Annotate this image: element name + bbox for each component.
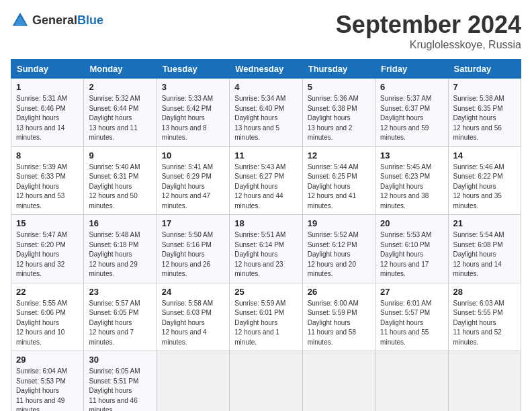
cell-content: Sunrise: 6:01 AMSunset: 5:57 PMDaylight …	[380, 300, 431, 346]
col-tuesday: Tuesday	[157, 60, 229, 79]
cell-content: Sunrise: 6:03 AMSunset: 5:55 PMDaylight …	[453, 300, 504, 346]
calendar-cell: 7 Sunrise: 5:38 AMSunset: 6:35 PMDayligh…	[448, 79, 521, 147]
day-number: 9	[89, 150, 151, 161]
cell-content: Sunrise: 5:36 AMSunset: 6:38 PMDaylight …	[308, 95, 359, 141]
calendar-cell: 18 Sunrise: 5:51 AMSunset: 6:14 PMDaylig…	[230, 215, 302, 283]
page-header: GeneralBlue September 2024 Kruglolesskoy…	[11, 11, 521, 51]
logo-icon	[11, 11, 30, 30]
day-number: 6	[380, 82, 443, 92]
cell-content: Sunrise: 5:32 AMSunset: 6:44 PMDaylight …	[89, 95, 140, 141]
day-number: 14	[453, 150, 516, 161]
cell-content: Sunrise: 5:48 AMSunset: 6:18 PMDaylight …	[89, 231, 140, 277]
calendar-cell: 6 Sunrise: 5:37 AMSunset: 6:37 PMDayligh…	[375, 79, 448, 147]
cell-content: Sunrise: 6:00 AMSunset: 5:59 PMDaylight …	[308, 300, 359, 346]
day-number: 30	[89, 355, 151, 365]
cell-content: Sunrise: 5:51 AMSunset: 6:14 PMDaylight …	[234, 231, 285, 277]
day-number: 22	[16, 287, 79, 297]
calendar-cell: 25 Sunrise: 5:59 AMSunset: 6:01 PMDaylig…	[230, 283, 302, 351]
day-number: 11	[234, 150, 297, 161]
day-number: 18	[234, 218, 297, 228]
calendar-cell: 23 Sunrise: 5:57 AMSunset: 6:05 PMDaylig…	[84, 283, 157, 351]
cell-content: Sunrise: 6:04 AMSunset: 5:53 PMDaylight …	[16, 367, 67, 411]
day-number: 4	[234, 82, 297, 92]
calendar-cell: 28 Sunrise: 6:03 AMSunset: 5:55 PMDaylig…	[448, 283, 521, 351]
col-friday: Friday	[375, 60, 448, 79]
cell-content: Sunrise: 5:47 AMSunset: 6:20 PMDaylight …	[16, 231, 67, 277]
cell-content: Sunrise: 5:58 AMSunset: 6:03 PMDaylight …	[162, 300, 213, 346]
day-number: 28	[453, 287, 516, 297]
day-number: 2	[89, 82, 151, 92]
calendar-cell: 3 Sunrise: 5:33 AMSunset: 6:42 PMDayligh…	[157, 79, 229, 147]
calendar-cell: 11 Sunrise: 5:43 AMSunset: 6:27 PMDaylig…	[230, 146, 302, 215]
month-title: September 2024	[336, 11, 521, 39]
day-number: 3	[162, 82, 224, 92]
calendar-cell: 26 Sunrise: 6:00 AMSunset: 5:59 PMDaylig…	[302, 283, 375, 351]
calendar-cell: 27 Sunrise: 6:01 AMSunset: 5:57 PMDaylig…	[375, 283, 448, 351]
calendar-week-4: 22 Sunrise: 5:55 AMSunset: 6:06 PMDaylig…	[11, 283, 521, 351]
location-title: Kruglolesskoye, Russia	[336, 39, 521, 51]
calendar-cell	[302, 351, 375, 412]
calendar-cell: 30 Sunrise: 6:05 AMSunset: 5:51 PMDaylig…	[84, 351, 157, 412]
day-number: 8	[16, 150, 79, 161]
calendar-cell: 5 Sunrise: 5:36 AMSunset: 6:38 PMDayligh…	[302, 79, 375, 147]
col-saturday: Saturday	[448, 60, 521, 79]
calendar-week-5: 29 Sunrise: 6:04 AMSunset: 5:53 PMDaylig…	[11, 351, 521, 412]
cell-content: Sunrise: 5:41 AMSunset: 6:29 PMDaylight …	[162, 163, 213, 210]
day-number: 17	[162, 218, 224, 228]
day-number: 12	[308, 150, 370, 161]
day-number: 13	[380, 150, 443, 161]
calendar-cell: 16 Sunrise: 5:48 AMSunset: 6:18 PMDaylig…	[84, 215, 157, 283]
day-number: 27	[380, 287, 443, 297]
cell-content: Sunrise: 5:59 AMSunset: 6:01 PMDaylight …	[234, 300, 285, 346]
calendar-week-3: 15 Sunrise: 5:47 AMSunset: 6:20 PMDaylig…	[11, 215, 521, 283]
calendar-table: Sunday Monday Tuesday Wednesday Thursday…	[11, 59, 521, 411]
cell-content: Sunrise: 5:37 AMSunset: 6:37 PMDaylight …	[380, 95, 431, 141]
cell-content: Sunrise: 5:57 AMSunset: 6:05 PMDaylight …	[89, 300, 140, 346]
day-number: 23	[89, 287, 151, 297]
calendar-cell: 10 Sunrise: 5:41 AMSunset: 6:29 PMDaylig…	[157, 146, 229, 215]
day-number: 25	[234, 287, 297, 297]
day-number: 5	[308, 82, 370, 92]
cell-content: Sunrise: 5:31 AMSunset: 6:46 PMDaylight …	[16, 95, 67, 141]
col-wednesday: Wednesday	[230, 60, 302, 79]
calendar-cell: 4 Sunrise: 5:34 AMSunset: 6:40 PMDayligh…	[230, 79, 302, 147]
col-sunday: Sunday	[11, 60, 84, 79]
logo-general-text: GeneralBlue	[32, 13, 103, 28]
calendar-cell: 24 Sunrise: 5:58 AMSunset: 6:03 PMDaylig…	[157, 283, 229, 351]
cell-content: Sunrise: 5:45 AMSunset: 6:23 PMDaylight …	[380, 163, 431, 210]
day-number: 24	[162, 287, 224, 297]
cell-content: Sunrise: 6:05 AMSunset: 5:51 PMDaylight …	[89, 367, 140, 411]
calendar-cell: 1 Sunrise: 5:31 AMSunset: 6:46 PMDayligh…	[11, 79, 84, 147]
calendar-cell: 14 Sunrise: 5:46 AMSunset: 6:22 PMDaylig…	[448, 146, 521, 215]
day-number: 7	[453, 82, 516, 92]
cell-content: Sunrise: 5:52 AMSunset: 6:12 PMDaylight …	[308, 231, 359, 277]
calendar-cell: 21 Sunrise: 5:54 AMSunset: 6:08 PMDaylig…	[448, 215, 521, 283]
day-number: 15	[16, 218, 79, 228]
day-number: 1	[16, 82, 79, 92]
day-number: 26	[308, 287, 370, 297]
cell-content: Sunrise: 5:43 AMSunset: 6:27 PMDaylight …	[234, 163, 285, 210]
cell-content: Sunrise: 5:33 AMSunset: 6:42 PMDaylight …	[162, 95, 213, 141]
day-number: 19	[308, 218, 370, 228]
cell-content: Sunrise: 5:34 AMSunset: 6:40 PMDaylight …	[234, 95, 285, 141]
day-number: 21	[453, 218, 516, 228]
title-block: September 2024 Kruglolesskoye, Russia	[336, 11, 521, 51]
cell-content: Sunrise: 5:39 AMSunset: 6:33 PMDaylight …	[16, 163, 67, 210]
calendar-cell	[230, 351, 302, 412]
calendar-cell	[448, 351, 521, 412]
day-number: 16	[89, 218, 151, 228]
calendar-cell: 19 Sunrise: 5:52 AMSunset: 6:12 PMDaylig…	[302, 215, 375, 283]
calendar-cell: 12 Sunrise: 5:44 AMSunset: 6:25 PMDaylig…	[302, 146, 375, 215]
calendar-cell: 29 Sunrise: 6:04 AMSunset: 5:53 PMDaylig…	[11, 351, 84, 412]
cell-content: Sunrise: 5:53 AMSunset: 6:10 PMDaylight …	[380, 231, 431, 277]
calendar-body: 1 Sunrise: 5:31 AMSunset: 6:46 PMDayligh…	[11, 79, 521, 412]
cell-content: Sunrise: 5:50 AMSunset: 6:16 PMDaylight …	[162, 231, 213, 277]
cell-content: Sunrise: 5:44 AMSunset: 6:25 PMDaylight …	[308, 163, 359, 210]
cell-content: Sunrise: 5:55 AMSunset: 6:06 PMDaylight …	[16, 300, 67, 346]
logo: GeneralBlue	[11, 11, 103, 30]
calendar-cell: 13 Sunrise: 5:45 AMSunset: 6:23 PMDaylig…	[375, 146, 448, 215]
calendar-week-1: 1 Sunrise: 5:31 AMSunset: 6:46 PMDayligh…	[11, 79, 521, 147]
calendar-cell: 15 Sunrise: 5:47 AMSunset: 6:20 PMDaylig…	[11, 215, 84, 283]
calendar-cell: 22 Sunrise: 5:55 AMSunset: 6:06 PMDaylig…	[11, 283, 84, 351]
day-number: 20	[380, 218, 443, 228]
